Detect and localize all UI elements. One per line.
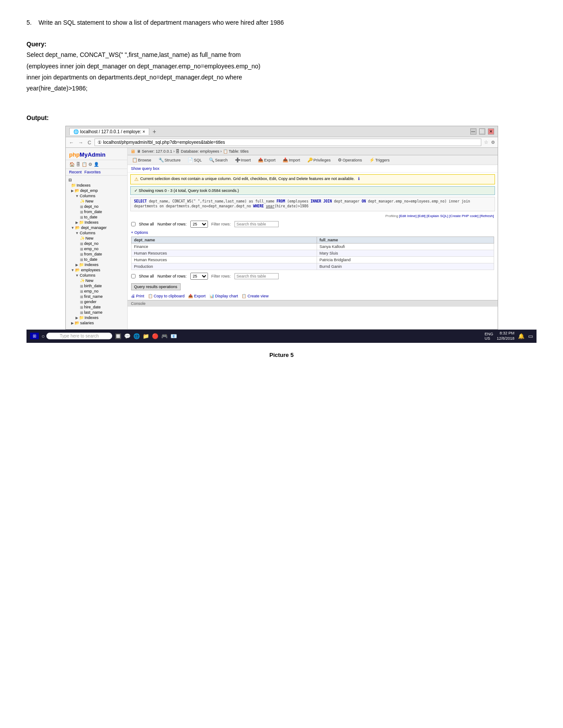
show-all-label-bottom: Show all <box>139 274 154 278</box>
taskbar-icon-7[interactable]: 📧 <box>170 333 177 339</box>
tree-indexes-top[interactable]: 📁 Indexes <box>67 183 126 188</box>
show-desktop-btn[interactable]: ▭ <box>528 333 533 339</box>
results-text: ✓ Showing rows 0 - 3 (4 total, Query too… <box>134 188 239 193</box>
start-button[interactable]: ⊞ <box>30 333 39 339</box>
taskbar-icon-2[interactable]: 💬 <box>124 333 131 339</box>
explain-sql-link[interactable]: [Explain SQL] <box>427 214 448 218</box>
db-icon[interactable]: 🗄 <box>76 162 80 167</box>
tree-emp-firstname[interactable]: ▦ first_name <box>67 294 126 299</box>
import-button[interactable]: 📥 Import <box>281 157 302 163</box>
tree-new-col1[interactable]: ✨ New <box>67 199 126 204</box>
rows-select-bottom[interactable]: 25 50 100 <box>190 273 208 280</box>
sal-expand: ▶ <box>71 321 74 325</box>
triggers-button[interactable]: ⚡ Triggers <box>367 157 392 163</box>
query-results-ops-button[interactable]: Query results operations <box>131 283 181 290</box>
show-query-box[interactable]: Show query box <box>128 165 498 173</box>
tree-emp-hiredate[interactable]: ▦ hire_date <box>67 304 126 310</box>
tree-depl-no[interactable]: ▦ dept_no <box>67 204 126 209</box>
privileges-button[interactable]: 🔑 Privileges <box>306 157 333 163</box>
tree-collapse-btn[interactable]: ⊟ <box>67 177 126 183</box>
insert-button[interactable]: ➕ Insert <box>233 157 253 163</box>
settings-icon[interactable]: ⚙ <box>88 162 92 167</box>
tree-new-mgr[interactable]: ✨ New <box>67 236 126 241</box>
taskbar-search[interactable]: Type here to search <box>46 333 112 339</box>
print-link[interactable]: 🖨 Print <box>131 294 144 298</box>
col-icon7: ▦ <box>80 258 83 262</box>
extensions-icon[interactable]: ⚙ <box>491 140 495 145</box>
tree-emp-gender[interactable]: ▦ gender <box>67 299 126 304</box>
sql-button[interactable]: 📄 SQL <box>186 157 204 163</box>
browse-button[interactable]: 📋 Browse <box>130 157 153 163</box>
create-php-link[interactable]: [Create PHP code] <box>449 214 479 218</box>
taskbar-icons: 🔲 💬 🌐 📁 🔴 🎮 📧 <box>115 333 177 339</box>
console-bar[interactable]: Console <box>128 300 498 307</box>
forward-button[interactable]: → <box>78 140 84 145</box>
tree-employees[interactable]: ▼ 📂 employees <box>67 267 126 273</box>
browser-tab[interactable]: 🌐 localhost / 127.0.0.1 / employe: × <box>69 128 149 135</box>
restore-button[interactable]: ⬜ <box>479 128 485 135</box>
table-cell: Sanya Kalloufi <box>317 243 494 250</box>
tree-from-date[interactable]: ▦ from_date <box>67 209 126 214</box>
taskbar-icon-4[interactable]: 📁 <box>143 333 149 339</box>
col-icon8: ▦ <box>80 284 83 288</box>
tree-salaries[interactable]: ▶ 📂 salaries <box>67 320 126 326</box>
tree-dept-manager[interactable]: ▼ 📂 dept_manager <box>67 225 126 230</box>
tree-new-emp[interactable]: ✨ New <box>67 278 126 283</box>
salaries-label: salaries <box>80 321 94 325</box>
home-icon[interactable]: 🏠 <box>69 162 75 167</box>
recent-link[interactable]: Recent <box>69 170 82 174</box>
taskbar-icon-6[interactable]: 🎮 <box>161 333 168 339</box>
bookmark-icon[interactable]: ☆ <box>484 139 488 145</box>
favorites-link[interactable]: Favorites <box>84 170 101 174</box>
taskbar-icon-1[interactable]: 🔲 <box>115 333 121 339</box>
copy-clipboard-link[interactable]: 📋 Copy to clipboard <box>148 294 185 298</box>
display-chart-link[interactable]: 📊 Display chart <box>209 294 238 298</box>
tree-indexes2[interactable]: ▶ 📁 Indexes <box>67 220 126 225</box>
show-all-checkbox[interactable] <box>131 222 136 226</box>
tree-mgr-empno[interactable]: ▦ emp_no <box>67 246 126 251</box>
options-row[interactable]: + Options <box>128 229 498 236</box>
tree-emp-columns[interactable]: ▼ Columns <box>67 273 126 278</box>
structure-button[interactable]: 🔧 Structure <box>157 157 183 163</box>
tree-columns[interactable]: ▼ Columns <box>67 193 126 199</box>
col-expand: ▼ <box>76 194 79 198</box>
close-button[interactable]: ✕ <box>488 128 494 135</box>
tree-emp-lastname[interactable]: ▦ last_name <box>67 310 126 315</box>
tree-dept-emp[interactable]: ▶ 📂 dept_emp <box>67 188 126 193</box>
minimize-button[interactable]: — <box>470 128 476 135</box>
warning-info-icon[interactable]: ℹ <box>358 176 359 181</box>
user-icon[interactable]: 👤 <box>94 162 99 167</box>
structure-icon: 🔧 <box>159 158 164 162</box>
table-icon[interactable]: 📋 <box>82 162 87 167</box>
new-tab-button[interactable]: + <box>151 128 158 135</box>
notification-icon[interactable]: 🔔 <box>518 333 525 339</box>
taskbar-icon-3[interactable]: 🌐 <box>133 333 140 339</box>
tree-mgr-fromdate[interactable]: ▦ from_date <box>67 251 126 257</box>
refresh-button[interactable]: C <box>87 140 92 145</box>
tree-emp-empno[interactable]: ▦ emp_no <box>67 289 126 294</box>
tree-mgr-columns[interactable]: ▼ Columns <box>67 230 126 236</box>
tree-emp-indexes[interactable]: ▶ 📁 Indexes <box>67 315 126 320</box>
operations-button[interactable]: ⚙ Operations <box>336 157 364 163</box>
taskbar-icon-5[interactable]: 🔴 <box>152 333 159 339</box>
export-button[interactable]: 📤 Export <box>256 157 277 163</box>
edit-inline-link[interactable]: [Edit Inline] <box>399 214 417 218</box>
tree-to-date[interactable]: ▦ to_date <box>67 214 126 220</box>
refresh-link[interactable]: [Refresh] <box>480 214 494 218</box>
export-link[interactable]: 📤 Export <box>188 294 206 298</box>
tree-mgr-deptno[interactable]: ▦ dept_no <box>67 241 126 246</box>
show-all-checkbox-bottom[interactable] <box>131 274 136 278</box>
tree-emp-birthdate[interactable]: ▦ birth_date <box>67 283 126 289</box>
url-bar[interactable]: ① localhost/phpmyadmin/tbl_sql.php?db=em… <box>94 139 481 146</box>
tree-mgr-indexes[interactable]: ▶ 📁 Indexes <box>67 262 126 267</box>
edit-link[interactable]: [Edit] <box>418 214 426 218</box>
filter-input[interactable] <box>234 221 279 227</box>
back-button[interactable]: ← <box>68 140 75 145</box>
rows-select[interactable]: 25 50 100 <box>190 221 208 228</box>
search-button[interactable]: 🔍 Search <box>207 157 230 163</box>
col-header-dept-name[interactable]: dept_name <box>131 236 317 243</box>
tree-mgr-todate[interactable]: ▦ to_date <box>67 257 126 262</box>
filter-input-bottom[interactable] <box>234 273 279 279</box>
create-view-link[interactable]: 📋 Create view <box>242 294 268 298</box>
col-header-full-name[interactable]: full_name <box>317 236 494 243</box>
